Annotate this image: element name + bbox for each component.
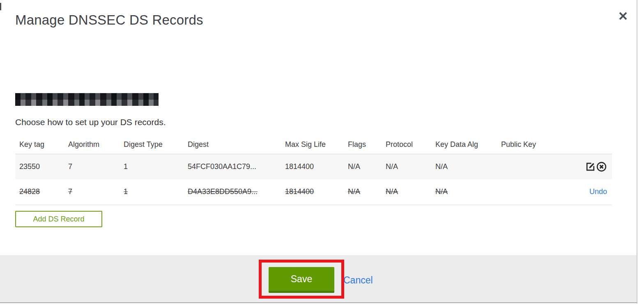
col-header-public-key: Public Key [497, 135, 559, 154]
close-button[interactable] [617, 10, 629, 22]
edit-record-button[interactable] [585, 161, 596, 172]
col-header-actions [559, 135, 612, 154]
cell-digest: D4A33E8DD550A9... [184, 179, 281, 205]
table-row: 23550 7 1 54FCF030AA1C79... 1814400 N/A … [15, 154, 612, 179]
cell-key-data-alg: N/A [431, 154, 497, 179]
ds-records-table: Key tag Algorithm Digest Type Digest Max… [15, 135, 612, 205]
cell-flags: N/A [344, 179, 382, 205]
col-header-digest-type: Digest Type [120, 135, 184, 154]
cell-digest: 54FCF030AA1C79... [184, 154, 281, 179]
cell-protocol: N/A [382, 179, 431, 205]
cell-actions [559, 154, 612, 179]
col-header-protocol: Protocol [382, 135, 431, 154]
close-icon [618, 11, 628, 21]
table-header-row: Key tag Algorithm Digest Type Digest Max… [15, 135, 612, 154]
cell-digest-type: 1 [120, 179, 184, 205]
cell-actions: Undo [559, 179, 612, 205]
dnssec-dialog: Manage DNSSEC DS Records Choose how to s… [0, 0, 644, 306]
add-ds-record-button[interactable]: Add DS Record [15, 211, 102, 227]
delete-record-button[interactable] [596, 161, 607, 172]
cell-public-key [497, 154, 559, 179]
page-title: Manage DNSSEC DS Records [15, 12, 203, 28]
cell-key-data-alg: N/A [431, 179, 497, 205]
redacted-domain-name [15, 93, 159, 106]
cell-public-key [497, 179, 559, 205]
cell-max-sig-life: 1814400 [281, 179, 344, 205]
cell-algorithm: 7 [64, 179, 120, 205]
cancel-link[interactable]: Cancel [343, 275, 373, 286]
undo-link[interactable]: Undo [589, 187, 607, 196]
col-header-key-data-alg: Key Data Alg [431, 135, 497, 154]
page-bottom-border [0, 302, 637, 303]
col-header-key-tag: Key tag [15, 135, 64, 154]
cell-digest-type: 1 [120, 154, 184, 179]
col-header-digest: Digest [184, 135, 281, 154]
col-header-max-sig-life: Max Sig Life [281, 135, 344, 154]
save-button[interactable]: Save [269, 267, 334, 293]
circle-x-icon [596, 161, 607, 172]
cell-max-sig-life: 1814400 [281, 154, 344, 179]
instruction-text: Choose how to set up your DS records. [15, 117, 166, 127]
cell-key-tag: 23550 [15, 154, 64, 179]
page-right-border [637, 0, 637, 304]
screen-edge-artifact [0, 3, 1, 10]
cell-algorithm: 7 [64, 154, 120, 179]
col-header-algorithm: Algorithm [64, 135, 120, 154]
cell-key-tag: 24828 [15, 179, 64, 205]
table-row-deleted: 24828 7 1 D4A33E8DD550A9... 1814400 N/A … [15, 179, 612, 205]
cell-flags: N/A [344, 154, 382, 179]
edit-icon [585, 161, 596, 172]
cell-protocol: N/A [382, 154, 431, 179]
col-header-flags: Flags [344, 135, 382, 154]
